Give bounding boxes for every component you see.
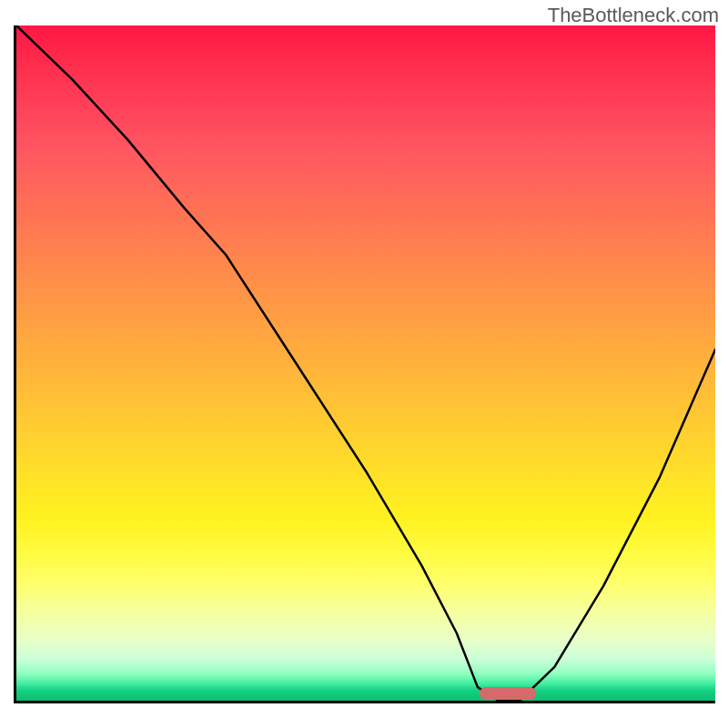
- watermark-text: TheBottleneck.com: [548, 4, 719, 27]
- optimal-range-marker: [480, 687, 536, 700]
- bottleneck-curve: [16, 25, 715, 701]
- plot-area: [14, 25, 715, 703]
